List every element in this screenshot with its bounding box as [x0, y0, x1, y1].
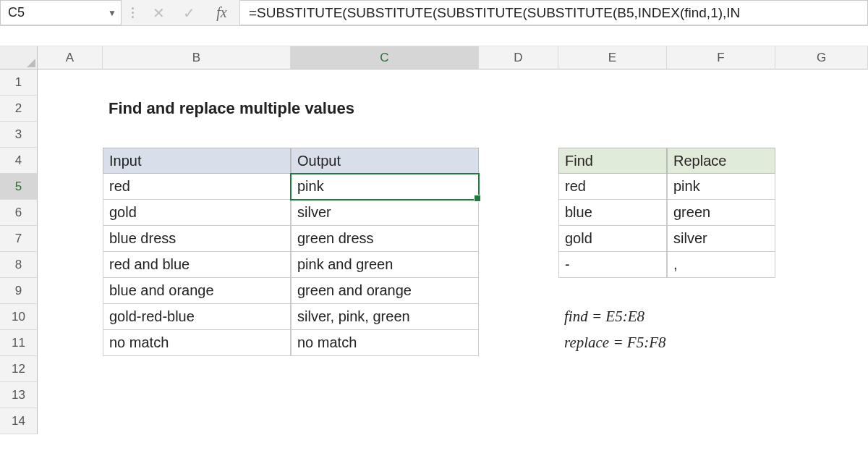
col-header-C[interactable]: C: [291, 46, 479, 69]
row-header[interactable]: 8: [0, 252, 38, 278]
cell-D12[interactable]: [479, 356, 558, 382]
row-header[interactable]: 7: [0, 226, 38, 252]
cell-G6[interactable]: [775, 200, 868, 226]
cell-D9[interactable]: [479, 278, 558, 304]
cell-G12[interactable]: [775, 356, 868, 382]
cell-C3[interactable]: [291, 122, 479, 148]
cell-C5[interactable]: pink: [291, 174, 479, 200]
cell-E14[interactable]: [558, 408, 667, 434]
cell-C11[interactable]: no match: [291, 330, 479, 356]
cell-F9[interactable]: [667, 278, 775, 304]
row-header[interactable]: 1: [0, 69, 38, 96]
row-header[interactable]: 6: [0, 200, 38, 226]
row-header[interactable]: 13: [0, 382, 38, 408]
cell-C9[interactable]: green and orange: [291, 278, 479, 304]
cell-E7[interactable]: gold: [558, 226, 667, 252]
note-replace[interactable]: replace = F5:F8: [558, 330, 775, 356]
drag-handle-icon[interactable]: [122, 7, 143, 18]
cell-A14[interactable]: [38, 408, 103, 434]
cell-G5[interactable]: [775, 174, 868, 200]
cell-B13[interactable]: [103, 382, 291, 408]
cell-G7[interactable]: [775, 226, 868, 252]
table1-header-output[interactable]: Output: [291, 148, 479, 174]
cell-D13[interactable]: [479, 382, 558, 408]
cell-B5[interactable]: red: [103, 174, 291, 200]
cell-D10[interactable]: [479, 304, 558, 330]
cell-A9[interactable]: [38, 278, 103, 304]
formula-bar[interactable]: =SUBSTITUTE(SUBSTITUTE(SUBSTITUTE(SUBSTI…: [240, 0, 868, 25]
cell-F14[interactable]: [667, 408, 775, 434]
cell-A6[interactable]: [38, 200, 103, 226]
cell-F3[interactable]: [667, 122, 775, 148]
cell-D6[interactable]: [479, 200, 558, 226]
cell-C13[interactable]: [291, 382, 479, 408]
cell-A10[interactable]: [38, 304, 103, 330]
cell-D5[interactable]: [479, 174, 558, 200]
cell-B10[interactable]: gold-red-blue: [103, 304, 291, 330]
cell-B7[interactable]: blue dress: [103, 226, 291, 252]
cell-E9[interactable]: [558, 278, 667, 304]
row-header[interactable]: 3: [0, 122, 38, 148]
cell-C14[interactable]: [291, 408, 479, 434]
cell-A5[interactable]: [38, 174, 103, 200]
col-header-B[interactable]: B: [103, 46, 291, 69]
cell-A12[interactable]: [38, 356, 103, 382]
cell-E8[interactable]: -: [558, 252, 667, 278]
cell-A11[interactable]: [38, 330, 103, 356]
cell-A4[interactable]: [38, 148, 103, 174]
row-header[interactable]: 9: [0, 278, 38, 304]
table2-header-find[interactable]: Find: [558, 148, 667, 174]
col-header-A[interactable]: A: [38, 46, 103, 69]
cell-B14[interactable]: [103, 408, 291, 434]
cell-E13[interactable]: [558, 382, 667, 408]
cell-D3[interactable]: [479, 122, 558, 148]
row-header[interactable]: 12: [0, 356, 38, 382]
cell-G13[interactable]: [775, 382, 868, 408]
cell-F13[interactable]: [667, 382, 775, 408]
cell-A2[interactable]: [38, 96, 103, 122]
cell-D1[interactable]: [479, 69, 558, 96]
col-header-E[interactable]: E: [558, 46, 667, 69]
cancel-icon[interactable]: ✕: [143, 0, 174, 25]
cell-D8[interactable]: [479, 252, 558, 278]
cell-G2[interactable]: [775, 96, 868, 122]
cell-A8[interactable]: [38, 252, 103, 278]
cell-B12[interactable]: [103, 356, 291, 382]
cell-C10[interactable]: silver, pink, green: [291, 304, 479, 330]
cell-G4[interactable]: [775, 148, 868, 174]
cell-G11[interactable]: [775, 330, 868, 356]
row-header[interactable]: 4: [0, 148, 38, 174]
note-find[interactable]: find = E5:E8: [558, 304, 775, 330]
table2-header-replace[interactable]: Replace: [667, 148, 775, 174]
cell-A13[interactable]: [38, 382, 103, 408]
cell-D14[interactable]: [479, 408, 558, 434]
cell-B6[interactable]: gold: [103, 200, 291, 226]
cell-G3[interactable]: [775, 122, 868, 148]
cell-C6[interactable]: silver: [291, 200, 479, 226]
select-all-corner[interactable]: [0, 46, 38, 69]
cell-E12[interactable]: [558, 356, 667, 382]
row-header[interactable]: 14: [0, 408, 38, 434]
cell-C8[interactable]: pink and green: [291, 252, 479, 278]
cell-E2[interactable]: [558, 96, 667, 122]
cell-F7[interactable]: silver: [667, 226, 775, 252]
fx-icon[interactable]: fx: [204, 0, 240, 25]
cell-B8[interactable]: red and blue: [103, 252, 291, 278]
enter-icon[interactable]: ✓: [174, 0, 204, 25]
table1-header-input[interactable]: Input: [103, 148, 291, 174]
cell-B11[interactable]: no match: [103, 330, 291, 356]
cell-D11[interactable]: [479, 330, 558, 356]
cell-F2[interactable]: [667, 96, 775, 122]
row-header[interactable]: 10: [0, 304, 38, 330]
cell-G10[interactable]: [775, 304, 868, 330]
cell-G8[interactable]: [775, 252, 868, 278]
col-header-G[interactable]: G: [775, 46, 868, 69]
row-header[interactable]: 11: [0, 330, 38, 356]
cell-D7[interactable]: [479, 226, 558, 252]
row-header[interactable]: 2: [0, 96, 38, 122]
page-title[interactable]: Find and replace multiple values: [103, 96, 558, 122]
cell-C7[interactable]: green dress: [291, 226, 479, 252]
row-header[interactable]: 5: [0, 174, 38, 200]
cell-F1[interactable]: [667, 69, 775, 96]
cell-B9[interactable]: blue and orange: [103, 278, 291, 304]
